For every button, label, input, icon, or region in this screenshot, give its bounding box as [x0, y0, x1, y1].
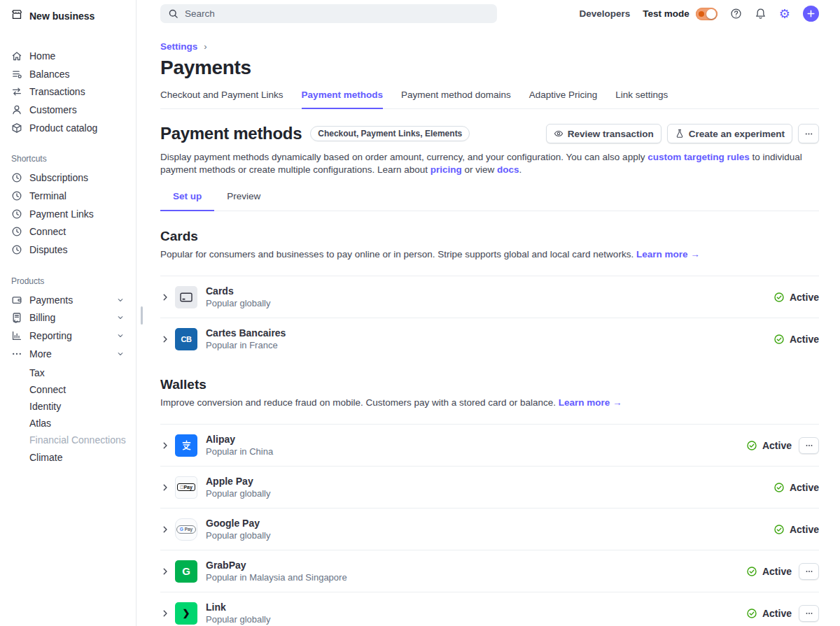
link-icon: ❯ [175, 602, 197, 625]
sidebar-item-home[interactable]: Home [11, 47, 132, 65]
main-area: Search Developers Test mode ⚙ Sett [136, 0, 840, 626]
tab-payment-method-domains[interactable]: Payment method domains [401, 90, 511, 108]
payment-method-row-google-pay[interactable]: G Pay Google Pay Popular globally Active [160, 508, 819, 550]
method-rows: Alipay Popular in China Active Pay Appl… [160, 424, 819, 626]
payment-method-name: Alipay [206, 434, 273, 445]
payment-method-subtitle: Popular in France [206, 340, 286, 350]
clock-icon [11, 226, 22, 237]
link-docs[interactable]: docs [497, 164, 519, 175]
chevron-right-icon[interactable] [160, 441, 170, 450]
clock-icon [11, 208, 22, 220]
payment-method-subtitle: Popular globally [206, 298, 271, 308]
breadcrumb: Settings › [160, 41, 819, 52]
payment-method-row-alipay[interactable]: Alipay Popular in China Active [160, 424, 819, 466]
chevron-right-icon[interactable] [160, 292, 170, 302]
payment-method-text: Google Pay Popular globally [206, 518, 271, 541]
payment-method-row-cartes-bancaires[interactable]: CB Cartes Bancaires Popular in France Ac… [160, 318, 819, 360]
payment-method-subtitle: Popular globally [206, 488, 271, 499]
group-cards: Cards Popular for consumers and business… [160, 229, 819, 360]
section-overflow-button[interactable] [798, 124, 819, 143]
sidebar-item-climate[interactable]: Climate [11, 449, 132, 466]
sidebar-item-atlas[interactable]: Atlas [11, 415, 132, 432]
create-button[interactable] [803, 6, 819, 22]
sidebar-item-terminal[interactable]: Terminal [11, 187, 132, 205]
tab-link-settings[interactable]: Link settings [615, 90, 668, 108]
chevron-right-icon[interactable] [160, 525, 170, 534]
search-input[interactable]: Search [160, 4, 497, 23]
tab-payment-methods[interactable]: Payment methods [302, 90, 383, 109]
sidebar-item-product-catalog[interactable]: Product catalog [11, 119, 132, 137]
review-transaction-button[interactable]: Review transaction [546, 124, 662, 143]
sidebar-item-connect[interactable]: Connect [11, 223, 132, 241]
link-custom-targeting-rules[interactable]: custom targeting rules [648, 152, 750, 162]
sidebar-item-connect[interactable]: Connect [11, 381, 132, 398]
subtab-set-up[interactable]: Set up [160, 191, 214, 211]
breadcrumb-settings-link[interactable]: Settings [160, 41, 197, 52]
toggle-knob [706, 9, 716, 19]
payment-method-name: Cards [206, 285, 271, 297]
status-badge: Active [774, 334, 819, 345]
payment-method-row-link[interactable]: ❯ Link Popular globally Active [160, 592, 819, 626]
sidebar-shortcuts-nav: Subscriptions Terminal Payment Links Con… [11, 169, 132, 258]
sidebar-item-payment-links[interactable]: Payment Links [11, 205, 132, 223]
payment-method-text: GrabPay Popular in Malaysia and Singapor… [206, 560, 347, 583]
page-title: Payments [160, 57, 819, 79]
developers-link[interactable]: Developers [580, 8, 631, 19]
payment-method-subtitle: Popular globally [206, 614, 271, 625]
google-pay-icon: G Pay [175, 518, 197, 541]
chevron-right-icon[interactable] [160, 567, 170, 576]
eye-icon [554, 129, 564, 138]
learn-more-link[interactable]: Learn more → [559, 397, 622, 408]
sidebar-item-subscriptions[interactable]: Subscriptions [11, 169, 132, 187]
payment-method-name: GrabPay [206, 560, 347, 571]
row-overflow-button[interactable] [799, 563, 819, 580]
sidebar-item-financial-connections[interactable]: Financial Connections [11, 432, 132, 448]
sidebar-item-disputes[interactable]: Disputes [11, 241, 132, 259]
link-pricing[interactable]: pricing [430, 164, 462, 175]
sidebar-item-more[interactable]: More [11, 345, 132, 363]
grabpay-icon: G [175, 560, 197, 583]
sidebar-item-billing[interactable]: Billing [11, 309, 132, 327]
learn-more-link[interactable]: Learn more → [636, 249, 700, 259]
bell-icon[interactable] [755, 8, 766, 20]
scrollbar-thumb[interactable] [141, 306, 143, 325]
row-overflow-button[interactable] [799, 437, 819, 454]
help-icon[interactable] [730, 8, 742, 20]
search-icon [168, 8, 178, 19]
sidebar-item-balances[interactable]: Balances [11, 65, 132, 83]
sidebar-item-payments[interactable]: Payments [11, 291, 132, 309]
status-badge: Active [746, 440, 792, 451]
tab-adaptive-pricing[interactable]: Adaptive Pricing [529, 90, 598, 108]
chevron-down-icon [116, 296, 125, 304]
row-overflow-button[interactable] [799, 605, 819, 622]
clock-icon [11, 172, 22, 183]
payment-method-row-apple-pay[interactable]: Pay Apple Pay Popular globally Active [160, 466, 819, 508]
chevron-right-icon[interactable] [160, 483, 170, 492]
sidebar-item-reporting[interactable]: Reporting [11, 327, 132, 345]
subtab-preview[interactable]: Preview [214, 191, 273, 211]
business-switcher[interactable]: New business [11, 7, 132, 24]
more-icon [11, 348, 22, 360]
sidebar-item-tax[interactable]: Tax [11, 364, 132, 381]
payment-method-name: Google Pay [206, 518, 271, 529]
payment-method-text: Link Popular globally [206, 602, 271, 625]
payment-method-row-cards[interactable]: Cards Popular globally Active [160, 276, 819, 318]
sidebar-item-customers[interactable]: Customers [11, 101, 132, 119]
check-circle-icon [774, 292, 785, 303]
sidebar-item-transactions[interactable]: Transactions [11, 83, 132, 101]
tab-checkout-and-payment-links[interactable]: Checkout and Payment Links [160, 90, 284, 108]
gear-icon[interactable]: ⚙ [779, 8, 790, 20]
test-mode-toggle[interactable] [696, 8, 718, 20]
create-an-experiment-button[interactable]: Create an experiment [667, 124, 792, 143]
payments-icon [11, 294, 22, 306]
chevron-down-icon [116, 350, 125, 358]
payment-method-row-grabpay[interactable]: G GrabPay Popular in Malaysia and Singap… [160, 550, 819, 592]
stripe-dashboard: New business Home Balances Transactions … [0, 0, 840, 626]
check-circle-icon [774, 482, 785, 493]
ellipsis-icon [804, 129, 814, 139]
cartes-bancaires-icon: CB [175, 328, 197, 350]
section-title: Payment methods [160, 124, 302, 143]
sidebar-item-identity[interactable]: Identity [11, 398, 132, 415]
chevron-right-icon[interactable] [160, 609, 170, 618]
chevron-right-icon[interactable] [160, 334, 170, 344]
